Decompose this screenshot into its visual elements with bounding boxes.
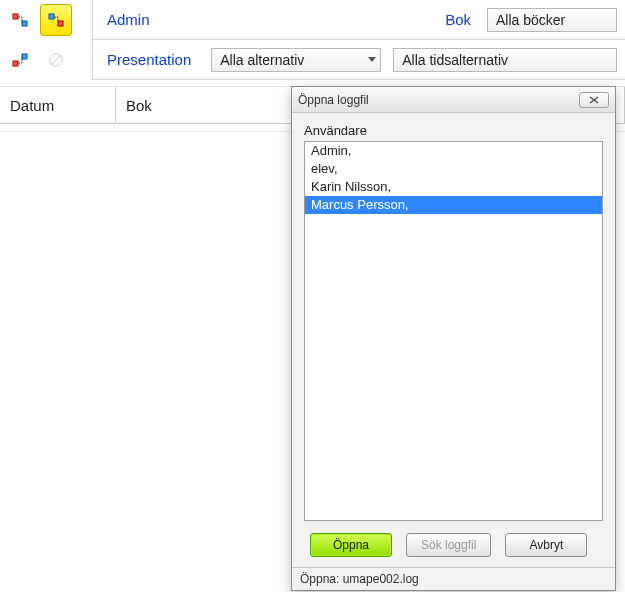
combo-time[interactable]: Alla tidsalternativ: [393, 48, 617, 72]
svg-rect-5: [22, 54, 27, 59]
svg-rect-2: [49, 14, 54, 19]
col-datum[interactable]: Datum: [0, 87, 116, 123]
presentation-label: Presentation: [101, 51, 197, 68]
dialog-status: Öppna: umape002.log: [292, 567, 615, 590]
tool-split-d: [40, 44, 72, 76]
cancel-button[interactable]: Avbryt: [505, 533, 587, 557]
combo-time-value: Alla tidsalternativ: [402, 52, 508, 68]
open-button[interactable]: Öppna: [310, 533, 392, 557]
combo-presentation[interactable]: Alla alternativ: [211, 48, 381, 72]
combo-books[interactable]: Alla böcker: [487, 8, 617, 32]
combo-books-value: Alla böcker: [496, 12, 565, 28]
open-logfile-dialog: Öppna loggfil Användare Admin,elev,Karin…: [291, 86, 616, 591]
list-item[interactable]: Marcus Persson,: [305, 196, 602, 214]
svg-rect-4: [13, 61, 18, 66]
svg-line-7: [51, 55, 61, 65]
user-listbox[interactable]: Admin,elev,Karin Nilsson,Marcus Persson,: [304, 141, 603, 521]
user-list-label: Användare: [304, 123, 603, 138]
svg-rect-3: [58, 21, 63, 26]
chevron-down-icon: [368, 57, 376, 62]
bok-label: Bok: [439, 11, 477, 28]
list-item[interactable]: Karin Nilsson,: [305, 178, 602, 196]
combo-presentation-value: Alla alternativ: [220, 52, 304, 68]
list-item[interactable]: elev,: [305, 160, 602, 178]
tool-split-b[interactable]: [40, 4, 72, 36]
list-item[interactable]: Admin,: [305, 142, 602, 160]
dialog-titlebar[interactable]: Öppna loggfil: [292, 87, 615, 113]
tool-split-c[interactable]: [4, 44, 36, 76]
dialog-title: Öppna loggfil: [298, 93, 579, 107]
svg-rect-0: [13, 14, 18, 19]
user-label: Admin: [101, 11, 156, 28]
svg-rect-1: [22, 21, 27, 26]
search-logfile-button: Sök loggfil: [406, 533, 491, 557]
close-icon: [588, 95, 600, 105]
tool-split-a[interactable]: [4, 4, 36, 36]
close-button[interactable]: [579, 92, 609, 108]
